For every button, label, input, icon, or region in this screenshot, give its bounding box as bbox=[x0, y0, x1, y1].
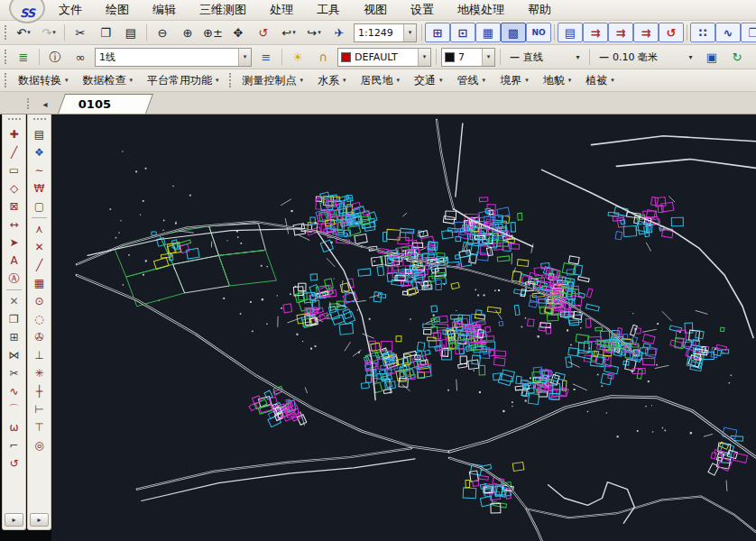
asterisk-star-icon[interactable]: ✳ bbox=[30, 364, 49, 382]
cat-traffic[interactable]: 交通▾ bbox=[407, 70, 450, 91]
toolbar-grip[interactable] bbox=[5, 50, 6, 64]
symbol-flow-icon-2[interactable]: ⇉ bbox=[608, 23, 633, 42]
zoom-in-icon[interactable]: ⊕ bbox=[175, 23, 200, 42]
toolbar-grip[interactable] bbox=[229, 73, 231, 87]
copy-icon[interactable]: ❐ bbox=[93, 23, 118, 42]
draw-line-icon[interactable]: ╱ bbox=[5, 143, 23, 161]
polyline-offset-icon[interactable]: ∿ bbox=[5, 382, 23, 400]
cross-tick-icon[interactable]: ┼ bbox=[30, 382, 49, 400]
draw-arrowhead-icon[interactable]: ➤ bbox=[5, 234, 23, 252]
block-format-icon[interactable]: ❐ bbox=[741, 23, 756, 42]
tab-scroll-left-button[interactable]: ◂ bbox=[38, 96, 52, 111]
circle-point-icon[interactable]: ⊙ bbox=[30, 292, 49, 310]
redline-loop-icon[interactable]: ↺ bbox=[659, 23, 684, 42]
lineweight-combo[interactable]: —0.10 毫米▾ bbox=[595, 48, 697, 67]
notebook-icon[interactable]: ▤ bbox=[30, 125, 49, 143]
cat-boundary[interactable]: 境界▾ bbox=[493, 70, 536, 91]
dropdown-arrow-icon[interactable]: ▾ bbox=[403, 24, 416, 41]
tab-bar-grip[interactable] bbox=[27, 98, 29, 109]
pan-icon[interactable]: ✥ bbox=[226, 23, 251, 42]
symbol-flow-icon-1[interactable]: ⇉ bbox=[583, 23, 608, 42]
grid-toggle-icon[interactable]: ▩ bbox=[501, 23, 526, 42]
zoom-extents-icon[interactable]: ⊞ bbox=[425, 23, 450, 42]
toolbar-grip[interactable] bbox=[5, 25, 6, 40]
dropdown-arrow-icon[interactable]: ▾ bbox=[238, 49, 251, 66]
orbit-icon[interactable]: ↺ bbox=[251, 23, 276, 42]
fly-view-icon[interactable]: ✈ bbox=[327, 23, 352, 42]
cat-data-check[interactable]: 数据检查▾ bbox=[76, 70, 141, 91]
cat-water-system[interactable]: 水系▾ bbox=[310, 70, 354, 91]
toolbox-grip[interactable] bbox=[33, 118, 46, 125]
cat-vegetation[interactable]: 植被▾ bbox=[578, 70, 622, 91]
color-combo[interactable]: 7▾ bbox=[441, 48, 495, 67]
menu-tools[interactable]: 工具 bbox=[305, 0, 352, 20]
draw-point-icon[interactable]: ✚ bbox=[5, 125, 23, 143]
previous-view-icon[interactable]: ↩▾ bbox=[276, 23, 301, 42]
menu-process[interactable]: 处理 bbox=[258, 0, 305, 20]
menu-draw[interactable]: 绘图 bbox=[94, 0, 141, 20]
node-segment-icon[interactable]: ╱ bbox=[30, 256, 49, 274]
toolbox-expand-button[interactable]: ▸ bbox=[5, 513, 23, 527]
dropdown-arrow-icon[interactable]: ▾ bbox=[685, 49, 696, 66]
paste-icon[interactable]: ▤ bbox=[118, 23, 143, 42]
lasso-icon[interactable]: ✇ bbox=[30, 328, 49, 346]
draw-rectangle-icon[interactable]: ▭ bbox=[5, 161, 23, 179]
node-link-icon[interactable]: ⋏ bbox=[30, 220, 49, 238]
menu-settings[interactable]: 设置 bbox=[399, 0, 446, 20]
lock-icon[interactable]: ▣ bbox=[699, 47, 724, 67]
menu-edit[interactable]: 编辑 bbox=[141, 0, 188, 20]
copy-with-base-icon[interactable]: ⊞ bbox=[5, 328, 23, 346]
cat-survey-control-point[interactable]: 测量控制点▾ bbox=[235, 70, 311, 91]
dimension-horizontal-icon[interactable]: ⊢ bbox=[30, 400, 49, 418]
toolbox-expand-button[interactable]: ▸ bbox=[30, 513, 49, 527]
layer-visibility-bulb-icon[interactable]: ☀ bbox=[285, 47, 310, 67]
draw-hatch-icon[interactable]: ⊠ bbox=[5, 197, 23, 215]
sync-refresh-icon[interactable]: ↻ bbox=[724, 47, 750, 67]
rotate-numbered-icon[interactable]: ↺ bbox=[5, 454, 23, 472]
attribute-text-icon[interactable]: Ⓐ bbox=[5, 270, 23, 288]
scale-combo[interactable]: 1:1249▾ bbox=[354, 23, 417, 42]
coordinate-globe-icon[interactable]: ❖ bbox=[30, 143, 49, 161]
pipe-bend-icon[interactable]: ⌐ bbox=[5, 436, 23, 454]
layer-unlock-icon[interactable]: ∩ bbox=[310, 47, 336, 67]
grid-points-icon[interactable]: ▦ bbox=[30, 274, 49, 292]
mirror-object-icon[interactable]: ⋈ bbox=[5, 346, 23, 364]
dropdown-arrow-icon[interactable]: ▾ bbox=[418, 49, 430, 66]
object-tree-icon[interactable]: ≣ bbox=[11, 47, 36, 67]
cat-data-convert[interactable]: 数据转换▾ bbox=[11, 70, 76, 91]
line-format-icon[interactable]: ∿ bbox=[715, 23, 741, 42]
raster-manager-icon[interactable]: ▤ bbox=[558, 23, 583, 42]
perpendicular-icon[interactable]: ⊥ bbox=[30, 346, 49, 364]
cat-residential[interactable]: 居民地▾ bbox=[354, 70, 408, 91]
steep-slope-icon[interactable]: ₩ bbox=[30, 179, 49, 197]
erase-object-icon[interactable]: ✕ bbox=[5, 292, 23, 310]
zoom-previous-icon[interactable]: ⊡ bbox=[450, 23, 475, 42]
dimension-123-icon[interactable]: ↔ bbox=[5, 215, 23, 234]
menu-view[interactable]: 视图 bbox=[352, 0, 399, 20]
copy-object-icon[interactable]: ❐ bbox=[5, 310, 23, 328]
tab-0105[interactable]: 0105 bbox=[58, 94, 153, 114]
text-annotation-icon[interactable]: A bbox=[5, 252, 23, 270]
menu-survey-3d[interactable]: 三维测图 bbox=[188, 0, 258, 20]
cat-pipeline[interactable]: 管线▾ bbox=[450, 70, 493, 91]
zoom-out-icon[interactable]: ⊖ bbox=[150, 23, 175, 42]
toolbar-grip[interactable] bbox=[5, 73, 6, 87]
slope-line-icon[interactable]: ∼ bbox=[30, 161, 49, 179]
cat-landform[interactable]: 地貌▾ bbox=[536, 70, 579, 91]
dimension-baseline-icon[interactable]: ⊤ bbox=[30, 418, 49, 436]
trim-object-icon[interactable]: ✂ bbox=[5, 364, 23, 382]
entity-type-combo[interactable]: 1线▾ bbox=[95, 48, 252, 67]
arc-segment-icon[interactable]: ⌒ bbox=[5, 400, 23, 418]
drawing-canvas[interactable] bbox=[51, 115, 756, 541]
point-format-icon[interactable]: ∷ bbox=[690, 23, 715, 42]
menu-file[interactable]: 文件 bbox=[47, 0, 94, 20]
no-dither-button[interactable]: NO bbox=[526, 23, 551, 42]
info-icon[interactable]: ⓘ bbox=[42, 47, 68, 67]
undo-icon[interactable]: ↶▾ bbox=[11, 23, 36, 42]
cut-icon[interactable]: ✂ bbox=[68, 23, 93, 42]
symbol-flow-icon-3[interactable]: ⇉ bbox=[633, 23, 659, 42]
dropdown-arrow-icon[interactable]: ▾ bbox=[572, 49, 584, 66]
viewport-icon[interactable]: ▦ bbox=[475, 23, 501, 42]
dashed-circle-icon[interactable]: ◌ bbox=[30, 310, 49, 328]
layer-combo[interactable]: DEFAULT▾ bbox=[337, 48, 431, 67]
